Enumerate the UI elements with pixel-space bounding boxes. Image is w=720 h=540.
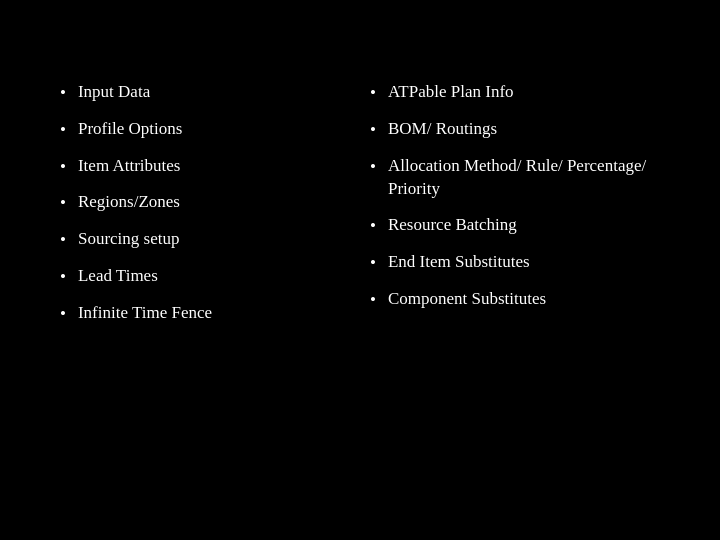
bullet-text: BOM/ Routings — [388, 117, 497, 141]
bullet-text: Component Substitutes — [388, 287, 546, 311]
bullet-text: Regions/Zones — [78, 190, 180, 214]
content-area: •Input Data•Profile Options•Item Attribu… — [60, 80, 660, 338]
bullet-icon: • — [60, 228, 66, 252]
list-item: •ATPable Plan Info — [370, 80, 660, 105]
bullet-icon: • — [370, 118, 376, 142]
bullet-text: Lead Times — [78, 264, 158, 288]
list-item: •Item Attributes — [60, 154, 350, 179]
list-item: •Infinite Time Fence — [60, 301, 350, 326]
list-item: •Resource Batching — [370, 213, 660, 238]
right-column: •ATPable Plan Info•BOM/ Routings•Allocat… — [370, 80, 660, 324]
list-item: •Allocation Method/ Rule/ Percentage/ Pr… — [370, 154, 660, 202]
bullet-text: Profile Options — [78, 117, 182, 141]
bullet-icon: • — [60, 302, 66, 326]
list-item: •Regions/Zones — [60, 190, 350, 215]
list-item: •Profile Options — [60, 117, 350, 142]
bullet-icon: • — [370, 81, 376, 105]
bullet-text: Allocation Method/ Rule/ Percentage/ Pri… — [388, 154, 660, 202]
left-column: •Input Data•Profile Options•Item Attribu… — [60, 80, 350, 338]
bullet-icon: • — [60, 81, 66, 105]
bullet-text: Item Attributes — [78, 154, 180, 178]
bullet-text: ATPable Plan Info — [388, 80, 514, 104]
bullet-icon: • — [60, 118, 66, 142]
list-item: •Input Data — [60, 80, 350, 105]
list-item: •Sourcing setup — [60, 227, 350, 252]
bullet-text: End Item Substitutes — [388, 250, 530, 274]
bullet-icon: • — [370, 214, 376, 238]
bullet-text: Resource Batching — [388, 213, 517, 237]
bullet-icon: • — [60, 265, 66, 289]
bullet-text: Infinite Time Fence — [78, 301, 212, 325]
bullet-icon: • — [370, 288, 376, 312]
bullet-text: Sourcing setup — [78, 227, 180, 251]
bullet-icon: • — [370, 251, 376, 275]
slide: •Input Data•Profile Options•Item Attribu… — [0, 0, 720, 540]
bullet-icon: • — [60, 155, 66, 179]
list-item: •Lead Times — [60, 264, 350, 289]
list-item: •Component Substitutes — [370, 287, 660, 312]
list-item: •BOM/ Routings — [370, 117, 660, 142]
bullet-text: Input Data — [78, 80, 150, 104]
list-item: •End Item Substitutes — [370, 250, 660, 275]
bullet-icon: • — [60, 191, 66, 215]
bullet-icon: • — [370, 155, 376, 179]
